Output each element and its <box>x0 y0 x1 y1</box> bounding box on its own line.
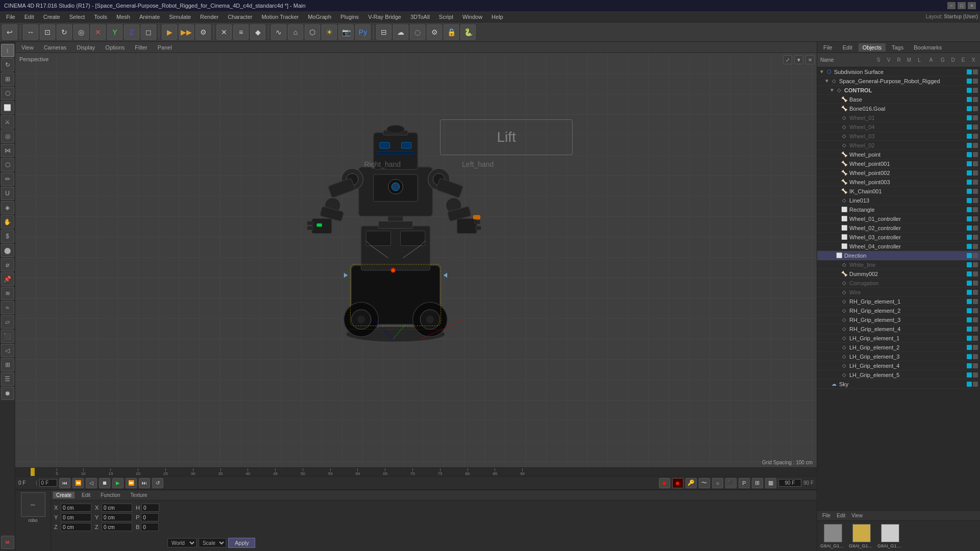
color-dot[interactable] <box>967 372 972 378</box>
object-list-item[interactable]: 🦴Wheel_point002 <box>817 168 980 178</box>
y-size-input[interactable] <box>102 513 132 521</box>
object-list-item[interactable]: ◇Line013 <box>817 196 980 205</box>
x-size-input[interactable] <box>102 504 132 512</box>
x-pos-input[interactable] <box>61 504 91 512</box>
object-list-item[interactable]: ◇LH_Grip_element_3 <box>817 352 980 361</box>
snap-btn[interactable]: 🔒 <box>444 24 459 40</box>
x-axis-button[interactable]: ✕ <box>90 24 106 40</box>
tab-function[interactable]: Function <box>97 492 123 498</box>
apply-button[interactable]: Apply <box>228 538 256 548</box>
visibility-dot[interactable] <box>973 79 978 84</box>
tool-move[interactable]: ↕ <box>1 44 14 57</box>
tool-poly[interactable]: ⬡ <box>1 158 14 171</box>
object-list-item[interactable]: 🦴Bone016.Goal <box>817 104 980 113</box>
object-list-item[interactable]: ◇LH_Grip_element_1 <box>817 334 980 343</box>
object-list-item[interactable]: ◇RH_Grip_element_3 <box>817 315 980 324</box>
object-list-item[interactable]: ⬜Wheel_01_controller <box>817 214 980 223</box>
color-dot[interactable] <box>967 244 972 249</box>
tool-eraser[interactable]: ◁ <box>1 344 14 357</box>
close-button[interactable]: × <box>968 2 976 9</box>
expand-arrow[interactable]: ▼ <box>819 69 825 74</box>
color-dot[interactable] <box>967 363 972 368</box>
tool-grab[interactable]: ✋ <box>1 215 14 229</box>
tool-box[interactable]: ⬜ <box>1 101 14 114</box>
sky2-btn[interactable]: ☁ <box>393 24 408 40</box>
visibility-dot[interactable] <box>973 336 978 341</box>
color-dot[interactable] <box>967 134 972 139</box>
visibility-dot[interactable] <box>973 235 978 240</box>
visibility-dot[interactable] <box>973 216 978 221</box>
y-pos-input[interactable] <box>61 513 91 521</box>
deformer-btn[interactable]: ⬡ <box>305 24 320 40</box>
tab-options[interactable]: Options <box>101 43 129 52</box>
visibility-dot[interactable] <box>973 226 978 231</box>
color-dot[interactable] <box>967 290 972 295</box>
right-tab-file[interactable]: File <box>819 43 837 52</box>
menu-script[interactable]: Script <box>435 13 457 21</box>
maximize-button[interactable]: □ <box>958 2 966 9</box>
color-dot[interactable] <box>967 235 972 240</box>
p-button[interactable]: P <box>739 478 750 488</box>
object-list-item[interactable]: 🦴Wheel_point003 <box>817 178 980 187</box>
right-tab-edit[interactable]: Edit <box>839 43 856 52</box>
visibility-dot[interactable] <box>973 317 978 322</box>
play-reverse-button[interactable]: ◁ <box>86 478 97 488</box>
tool-scale[interactable]: ⊞ <box>1 72 14 86</box>
color-dot[interactable] <box>967 271 972 277</box>
tool-swirl[interactable]: ⬤ <box>1 244 14 257</box>
menu-mograph[interactable]: MoGraph <box>304 13 335 21</box>
visibility-dot[interactable] <box>973 189 978 194</box>
object-select-button[interactable]: ◻ <box>141 24 156 40</box>
color-dot[interactable] <box>967 345 972 350</box>
move-tool-button[interactable]: ↔ <box>23 24 38 40</box>
start-frame-input[interactable] <box>39 479 57 487</box>
stop-button[interactable]: ⏹ <box>99 478 110 488</box>
color-dot[interactable] <box>967 79 972 84</box>
menu-plugins[interactable]: Plugins <box>336 13 363 21</box>
object-list-item[interactable]: ◇RH_Grip_element_4 <box>817 324 980 334</box>
object-list-item[interactable]: ◇White_line <box>817 260 980 269</box>
object-list-item[interactable]: 🦴Wheel_point001 <box>817 159 980 168</box>
visibility-dot[interactable] <box>973 106 978 111</box>
menu-select[interactable]: Select <box>65 13 89 21</box>
visibility-dot[interactable] <box>973 115 978 120</box>
z-pos-input[interactable] <box>61 523 91 531</box>
cube-button[interactable]: ⬛ <box>725 478 737 488</box>
color-dot[interactable] <box>967 216 972 221</box>
visibility-dot[interactable] <box>973 354 978 359</box>
tool-relax[interactable]: ≋ <box>1 287 14 300</box>
visibility-dot[interactable] <box>973 69 978 74</box>
object-list-item[interactable]: 🦴Base <box>817 95 980 104</box>
menu-motion-tracker[interactable]: Motion Tracker <box>257 13 303 21</box>
world-mode-select[interactable]: World Object Local <box>167 538 197 547</box>
object-list-item[interactable]: ⬜Direction <box>817 251 980 260</box>
tool-select-all[interactable]: ⊞ <box>1 358 14 371</box>
color-dot[interactable] <box>967 189 972 194</box>
color-dot[interactable] <box>967 97 972 102</box>
h-input[interactable] <box>141 504 159 512</box>
object-list-item[interactable]: ◇Corrugation <box>817 279 980 288</box>
key-button[interactable]: 🔑 <box>685 478 697 488</box>
object-list-item[interactable]: ◇LH_Grip_element_5 <box>817 370 980 380</box>
visibility-dot[interactable] <box>973 345 978 350</box>
color-dot[interactable] <box>967 180 972 185</box>
object-list-item[interactable]: ◇Wheel_01 <box>817 113 980 122</box>
color-dot[interactable] <box>967 299 972 304</box>
render-settings-button[interactable]: ⚙ <box>195 24 211 40</box>
viewport-canvas[interactable]: Perspective ⤢ ▼ ✕ Lift Right_hand Left_h… <box>15 53 817 467</box>
visibility-dot[interactable] <box>973 88 978 93</box>
object-list-item[interactable]: ◇LH_Grip_element_4 <box>817 361 980 370</box>
object-list-item[interactable]: 🦴IK_Chain001 <box>817 187 980 196</box>
expand-arrow[interactable]: ▼ <box>824 78 830 84</box>
end-frame-input[interactable] <box>778 479 801 487</box>
play-button[interactable]: ▶ <box>112 478 124 488</box>
visibility-dot[interactable] <box>973 262 978 267</box>
color-dot[interactable] <box>967 226 972 231</box>
visibility-dot[interactable] <box>973 299 978 304</box>
object-list-item[interactable]: ☁Sky <box>817 380 980 389</box>
tool-iron[interactable]: ◈ <box>1 201 14 214</box>
light-btn[interactable]: ☀ <box>322 24 337 40</box>
render-viewport-button[interactable]: ▶▶ <box>179 24 194 40</box>
tool-rotate[interactable]: ↻ <box>1 58 14 71</box>
object-list-item[interactable]: 🦴Wheel_point <box>817 150 980 159</box>
